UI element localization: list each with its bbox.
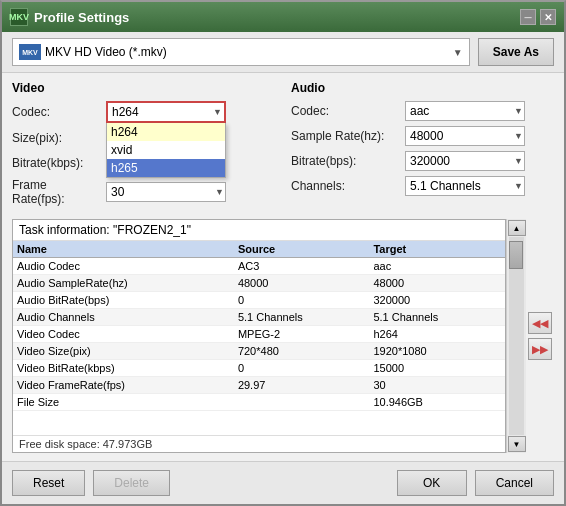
minimize-button[interactable]: ─ xyxy=(520,9,536,25)
scroll-track xyxy=(509,237,524,435)
video-framerate-label: Frame Rate(fps): xyxy=(12,178,102,206)
close-button[interactable]: ✕ xyxy=(540,9,556,25)
codec-option-h265[interactable]: h265 xyxy=(107,159,225,177)
profile-value: MKV HD Video (*.mkv) xyxy=(45,45,449,59)
codec-option-h264[interactable]: h264 xyxy=(107,123,225,141)
delete-button[interactable]: Delete xyxy=(93,470,170,496)
task-table-wrapper[interactable]: Name Source Target Audio CodecAC3aacAudi… xyxy=(13,241,505,435)
profile-dropdown-arrow: ▼ xyxy=(453,47,463,58)
audio-bitrate-label: Bitrate(bps): xyxy=(291,154,401,168)
audio-channels-row: Channels: 5.1 Channels Stereo Mono ▼ xyxy=(291,176,554,196)
nav-next-button[interactable]: ▶▶ xyxy=(528,338,552,360)
audio-samplerate-select[interactable]: 48000 44100 22050 xyxy=(405,126,525,146)
audio-channels-label: Channels: xyxy=(291,179,401,193)
table-row: Audio SampleRate(hz)4800048000 xyxy=(13,275,505,292)
col-target: Target xyxy=(369,241,505,258)
audio-samplerate-row: Sample Rate(hz): 48000 44100 22050 ▼ xyxy=(291,126,554,146)
video-section: Video Codec: ▼ h264 xvid h265 Size(p xyxy=(12,81,275,211)
task-info-header: Task information: "FROZEN2_1" xyxy=(13,220,505,241)
table-row: File Size10.946GB xyxy=(13,394,505,411)
scroll-down-button[interactable]: ▼ xyxy=(508,436,526,452)
cancel-button[interactable]: Cancel xyxy=(475,470,554,496)
video-framerate-row: Frame Rate(fps): 30 29.97 25 24 ▼ xyxy=(12,178,275,206)
table-row: Audio CodecAC3aac xyxy=(13,258,505,275)
free-disk-space: Free disk space: 47.973GB xyxy=(13,435,505,452)
window-title: Profile Settings xyxy=(34,10,514,25)
video-codec-row: Codec: ▼ h264 xvid h265 xyxy=(12,101,275,123)
profile-selector[interactable]: MKV MKV HD Video (*.mkv) ▼ xyxy=(12,38,470,66)
window-icon: MKV xyxy=(10,8,28,26)
codec-dropdown-container[interactable]: ▼ h264 xvid h265 xyxy=(106,101,226,123)
scrollbar[interactable]: ▲ ▼ xyxy=(506,219,526,453)
save-as-button[interactable]: Save As xyxy=(478,38,554,66)
audio-bitrate-row: Bitrate(bps): 320000 192000 128000 ▼ xyxy=(291,151,554,171)
codec-dropdown-menu: h264 xvid h265 xyxy=(106,123,226,178)
table-row: Video Size(pix)720*4801920*1080 xyxy=(13,343,505,360)
settings-row: Video Codec: ▼ h264 xvid h265 Size(p xyxy=(12,81,554,211)
scroll-up-button[interactable]: ▲ xyxy=(508,220,526,236)
title-bar-controls: ─ ✕ xyxy=(520,9,556,25)
audio-section: Audio Codec: aac mp3 ac3 ▼ Sample Rate(h… xyxy=(291,81,554,211)
title-bar: MKV Profile Settings ─ ✕ xyxy=(2,2,564,32)
audio-codec-row: Codec: aac mp3 ac3 ▼ xyxy=(291,101,554,121)
video-codec-label: Codec: xyxy=(12,105,102,119)
scroll-thumb[interactable] xyxy=(509,241,523,269)
toolbar: MKV MKV HD Video (*.mkv) ▼ Save As xyxy=(2,32,564,73)
audio-channels-select-wrapper: 5.1 Channels Stereo Mono ▼ xyxy=(405,176,525,196)
table-row: Video CodecMPEG-2h264 xyxy=(13,326,505,343)
profile-format-icon: MKV xyxy=(19,44,41,60)
audio-channels-select[interactable]: 5.1 Channels Stereo Mono xyxy=(405,176,525,196)
codec-input[interactable] xyxy=(106,101,226,123)
task-table: Name Source Target Audio CodecAC3aacAudi… xyxy=(13,241,505,411)
nav-prev-button[interactable]: ◀◀ xyxy=(528,312,552,334)
audio-bitrate-select[interactable]: 320000 192000 128000 xyxy=(405,151,525,171)
audio-samplerate-label: Sample Rate(hz): xyxy=(291,129,401,143)
audio-codec-label: Codec: xyxy=(291,104,401,118)
audio-samplerate-select-wrapper: 48000 44100 22050 ▼ xyxy=(405,126,525,146)
table-row: Audio BitRate(bps)0320000 xyxy=(13,292,505,309)
table-row: Audio Channels5.1 Channels5.1 Channels xyxy=(13,309,505,326)
col-name: Name xyxy=(13,241,234,258)
task-info-section: Task information: "FROZEN2_1" Name Sourc… xyxy=(12,219,506,453)
bottom-bar: Reset Delete OK Cancel xyxy=(2,461,564,504)
reset-button[interactable]: Reset xyxy=(12,470,85,496)
col-source: Source xyxy=(234,241,370,258)
profile-settings-window: MKV Profile Settings ─ ✕ MKV MKV HD Vide… xyxy=(0,0,566,506)
video-section-title: Video xyxy=(12,81,275,95)
main-content: Video Codec: ▼ h264 xvid h265 Size(p xyxy=(2,73,564,461)
task-info-area: Task information: "FROZEN2_1" Name Sourc… xyxy=(12,219,554,453)
table-row: Video FrameRate(fps)29.9730 xyxy=(13,377,505,394)
audio-bitrate-select-wrapper: 320000 192000 128000 ▼ xyxy=(405,151,525,171)
video-bitrate-label: Bitrate(kbps): xyxy=(12,156,102,170)
video-size-label: Size(pix): xyxy=(12,131,102,145)
video-framerate-select[interactable]: 30 29.97 25 24 xyxy=(106,182,226,202)
audio-codec-select-wrapper: aac mp3 ac3 ▼ xyxy=(405,101,525,121)
nav-buttons: ◀◀ ▶▶ xyxy=(526,219,554,453)
video-framerate-select-wrapper: 30 29.97 25 24 ▼ xyxy=(106,182,226,202)
audio-section-title: Audio xyxy=(291,81,554,95)
audio-codec-select[interactable]: aac mp3 ac3 xyxy=(405,101,525,121)
ok-button[interactable]: OK xyxy=(397,470,467,496)
codec-option-xvid[interactable]: xvid xyxy=(107,141,225,159)
table-row: Video BitRate(kbps)015000 xyxy=(13,360,505,377)
